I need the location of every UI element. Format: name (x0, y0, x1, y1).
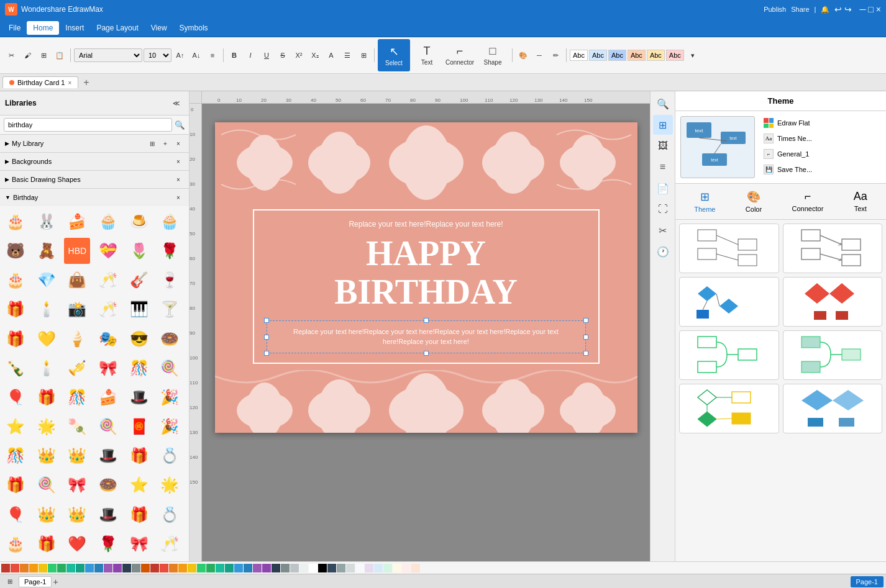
theme-option-general[interactable]: ⌐ General_1 (760, 147, 881, 161)
shape-item[interactable]: 🕯️ (34, 355, 60, 381)
select-tool-button[interactable]: ↖ Select (378, 39, 410, 71)
backgrounds-close-button[interactable]: × (173, 156, 184, 167)
copy-button[interactable]: ⊞ (36, 47, 51, 63)
color-swatch[interactable] (365, 564, 373, 572)
fill-color-button[interactable]: 🎨 (516, 47, 531, 63)
theme-tab-connector[interactable]: ⌐ Connector (787, 188, 829, 215)
color-swatch[interactable] (1, 564, 10, 572)
shape-item[interactable]: 🎹 (126, 296, 152, 322)
theme-grid-item-5[interactable] (679, 330, 779, 380)
shape-item[interactable]: 💝 (95, 238, 121, 264)
selected-text-box[interactable]: Replace your text here!Replace your text… (267, 320, 586, 353)
birthday-close-button[interactable]: × (173, 192, 184, 203)
shape-item[interactable]: 🎭 (95, 326, 121, 352)
connector-tool-button[interactable]: ⌐ Connector (444, 39, 476, 71)
color-swatch[interactable] (272, 564, 280, 572)
color-swatch[interactable] (104, 564, 112, 572)
my-library-expand-button[interactable]: ⊞ (147, 138, 158, 149)
color-swatch[interactable] (355, 564, 364, 572)
shape-item[interactable]: 👑 (34, 502, 60, 528)
shape-item[interactable]: 🍦 (64, 326, 90, 352)
maximize-icon[interactable]: □ (868, 4, 873, 14)
shape-item[interactable]: 🌹 (95, 531, 121, 557)
shape-item[interactable]: 🍡 (64, 414, 90, 440)
style-preset-2[interactable]: Abc (589, 50, 607, 61)
shape-item[interactable]: 🎁 (2, 472, 29, 498)
format-painter-button[interactable]: 🖌 (20, 47, 35, 63)
layers-icon-button[interactable]: ≡ (653, 157, 673, 177)
theme-grid-item-8[interactable] (783, 384, 883, 433)
image-icon-button[interactable]: 🖼 (653, 136, 673, 156)
color-swatch[interactable] (318, 564, 327, 572)
color-swatch[interactable] (290, 564, 299, 572)
shape-item[interactable]: 🎁 (34, 531, 60, 557)
style-preset-6[interactable]: Abc (666, 50, 684, 61)
sidebar-collapse-button[interactable]: ≪ (169, 95, 184, 111)
theme-icon-button[interactable]: ⊞ (653, 115, 673, 135)
shape-item[interactable]: 💍 (157, 443, 183, 469)
shape-item[interactable]: 🍮 (126, 209, 152, 235)
shape-item[interactable]: 🍸 (157, 296, 183, 322)
strikethrough-button[interactable]: S (275, 47, 290, 63)
shape-item[interactable]: 🐻 (2, 238, 29, 264)
shape-item[interactable]: 🎀 (95, 355, 121, 381)
my-library-close-button[interactable]: × (173, 138, 184, 149)
color-swatch[interactable] (262, 564, 271, 572)
color-swatch[interactable] (66, 564, 75, 572)
redo-icon[interactable]: ↪ (844, 4, 852, 14)
publish-button[interactable]: Publish (764, 6, 786, 13)
theme-option-times[interactable]: Aa Times Ne... (760, 132, 881, 145)
shape-item[interactable]: 🍭 (157, 355, 183, 381)
shape-item[interactable]: 🎁 (126, 443, 152, 469)
color-swatch[interactable] (76, 564, 84, 572)
shape-item[interactable]: 🎈 (2, 502, 29, 528)
font-color-button[interactable]: A (324, 47, 339, 63)
shape-item[interactable]: 👜 (64, 267, 90, 293)
shape-item[interactable]: 🥂 (157, 531, 183, 557)
zoom-icon-button[interactable]: 🔍 (653, 94, 673, 114)
color-swatch[interactable] (122, 564, 131, 572)
shape-item[interactable]: 🌷 (126, 238, 152, 264)
menu-file[interactable]: File (2, 21, 27, 35)
theme-option-save[interactable]: 💾 Save The... (760, 163, 881, 176)
shape-item[interactable]: 📸 (64, 296, 90, 322)
shape-item[interactable]: 👑 (64, 502, 90, 528)
shape-item[interactable]: HBD (64, 238, 90, 264)
theme-grid-item-6[interactable] (783, 330, 883, 380)
add-page-button[interactable]: + (53, 577, 58, 587)
shape-item[interactable]: 🎈 (2, 384, 29, 410)
shape-item[interactable]: 🎩 (126, 384, 152, 410)
search-button[interactable]: 🔍 (175, 120, 185, 130)
color-swatch[interactable] (225, 564, 234, 572)
shape-item[interactable]: 🎀 (126, 531, 152, 557)
color-swatch[interactable] (253, 564, 262, 572)
shape-item[interactable]: 🎀 (64, 472, 90, 498)
page-tab-active[interactable]: Page-1 (851, 576, 884, 587)
basic-shapes-header[interactable]: ▶ Basic Drawing Shapes × (0, 171, 189, 188)
tab-close-button[interactable]: × (68, 79, 71, 86)
page-tab-1[interactable]: Page-1 (19, 576, 52, 587)
color-swatch[interactable] (11, 564, 19, 572)
shape-item[interactable]: 🎊 (2, 443, 29, 469)
color-swatch[interactable] (197, 564, 206, 572)
shape-item[interactable]: 🎊 (126, 355, 152, 381)
italic-button[interactable]: I (243, 47, 258, 63)
color-swatch[interactable] (150, 564, 159, 572)
color-swatch[interactable] (281, 564, 290, 572)
theme-tab-theme[interactable]: ⊞ Theme (689, 188, 720, 215)
list-button[interactable]: ☰ (340, 47, 355, 63)
shape-item[interactable]: 👑 (64, 443, 90, 469)
color-swatch[interactable] (85, 564, 94, 572)
theme-tab-color[interactable]: 🎨 Color (741, 188, 767, 215)
color-swatch[interactable] (299, 564, 308, 572)
color-swatch[interactable] (169, 564, 178, 572)
theme-main-preview[interactable]: text text text (680, 116, 755, 178)
page-icon-button[interactable]: 📄 (653, 178, 673, 198)
shape-item[interactable]: 🧁 (157, 209, 183, 235)
shape-item[interactable]: ⭐ (126, 472, 152, 498)
shape-item[interactable]: 🎉 (157, 414, 183, 440)
theme-option-edraw-flat[interactable]: Edraw Flat (760, 116, 881, 130)
underline-button[interactable]: U (259, 47, 274, 63)
font-size-decrease-button[interactable]: A↓ (189, 47, 204, 63)
more-styles-button[interactable]: ▾ (685, 47, 700, 63)
